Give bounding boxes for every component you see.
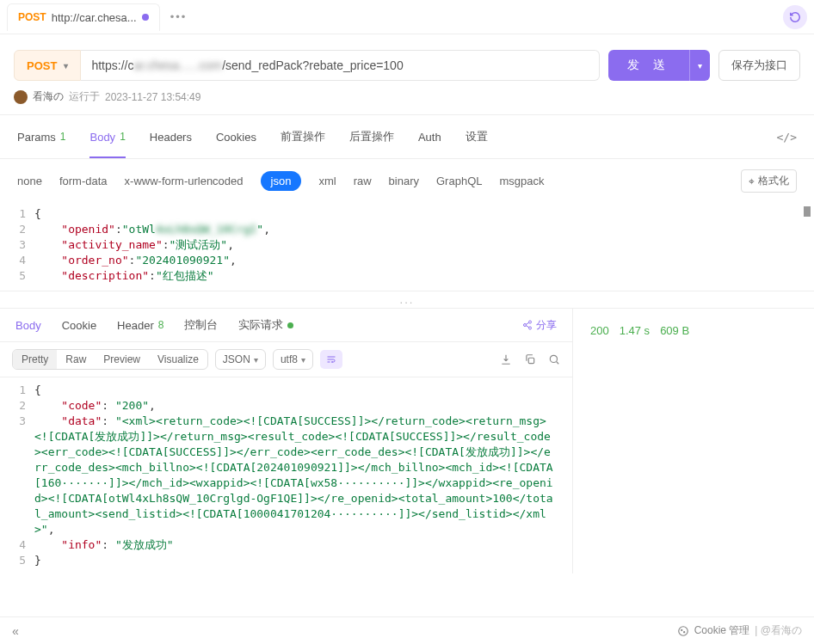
tab-overflow[interactable]: •••	[160, 10, 198, 23]
response-size: 609 B	[660, 324, 689, 337]
body-type-xml[interactable]: xml	[318, 175, 336, 187]
view-mode-segment: Pretty Raw Preview Visualize	[12, 349, 208, 370]
response-tab-header[interactable]: Header 8	[117, 319, 163, 332]
refresh-icon	[789, 11, 801, 23]
tab-pre-script[interactable]: 前置操作	[281, 124, 325, 150]
chevron-down-icon: ▾	[254, 355, 258, 365]
watermark: | @看海の	[755, 623, 802, 638]
chevron-down-icon: ▾	[64, 61, 68, 71]
svg-point-0	[529, 321, 532, 323]
chevron-down-icon: ▾	[301, 355, 305, 365]
copy-button[interactable]	[524, 353, 536, 365]
tab-params[interactable]: Params1	[17, 126, 65, 149]
send-dropdown[interactable]: ▾	[689, 50, 710, 81]
avatar	[14, 90, 28, 104]
view-visualize[interactable]: Visualize	[149, 350, 207, 369]
response-tab-actual[interactable]: 实际请求	[238, 317, 293, 333]
response-tab-console[interactable]: 控制台	[184, 317, 218, 333]
unsaved-dot-icon	[142, 14, 149, 21]
code-snippet-icon[interactable]: </>	[777, 131, 797, 144]
body-type-msgpack[interactable]: msgpack	[499, 175, 544, 187]
search-button[interactable]	[548, 353, 560, 365]
response-tab-body[interactable]: Body	[15, 319, 41, 332]
scrollbar-thumb[interactable]	[804, 206, 811, 217]
resize-handle[interactable]: ...	[0, 291, 814, 308]
download-icon	[500, 353, 512, 365]
run-timestamp: 2023-11-27 13:54:49	[105, 91, 200, 103]
svg-rect-3	[528, 358, 533, 363]
tab-settings[interactable]: 设置	[466, 124, 488, 150]
svg-point-2	[529, 327, 532, 329]
response-body-viewer[interactable]: 1{ 2 "code": "200", 3 "data": "<xml><ret…	[0, 377, 572, 573]
cookie-icon	[677, 625, 689, 637]
share-icon	[522, 320, 533, 330]
refresh-button[interactable]	[783, 5, 807, 29]
method-select[interactable]: POST ▾	[14, 50, 81, 81]
tab-label: http://car.chesa...	[52, 11, 137, 24]
response-tab-cookie[interactable]: Cookie	[62, 319, 96, 332]
body-type-form-data[interactable]: form-data	[59, 175, 108, 187]
body-type-json[interactable]: json	[261, 171, 302, 191]
format-select[interactable]: JSON▾	[215, 349, 266, 370]
user-name: 看海の	[33, 89, 64, 104]
chevron-down-icon: ▾	[698, 61, 702, 71]
tab-method: POST	[18, 11, 46, 23]
status-dot-icon	[287, 322, 293, 328]
tab-headers[interactable]: Headers	[150, 126, 192, 149]
svg-point-5	[678, 626, 688, 635]
share-button[interactable]: 分享	[522, 318, 557, 333]
wrap-toggle[interactable]	[320, 350, 342, 369]
svg-point-7	[683, 631, 684, 632]
wand-icon: ⌖	[749, 175, 755, 187]
request-body-editor[interactable]: 1{ 2 "openid":"otWl4xLh8sQW_10CrgI", 3 "…	[0, 203, 814, 291]
view-pretty[interactable]: Pretty	[13, 350, 57, 369]
status-code: 200	[590, 324, 609, 337]
svg-point-1	[524, 324, 527, 327]
tab-body[interactable]: Body1	[89, 126, 125, 158]
body-type-raw[interactable]: raw	[354, 175, 372, 187]
collapse-sidebar-button[interactable]: «	[12, 624, 19, 638]
body-type-x-www-form[interactable]: x-www-form-urlencoded	[125, 175, 244, 187]
encoding-select[interactable]: utf8▾	[273, 349, 313, 370]
tab-auth[interactable]: Auth	[418, 126, 441, 149]
body-type-none[interactable]: none	[17, 175, 42, 187]
format-button[interactable]: ⌖ 格式化	[741, 169, 797, 193]
tab-post-script[interactable]: 后置操作	[349, 124, 394, 150]
search-icon	[548, 353, 560, 365]
copy-icon	[524, 353, 536, 365]
svg-point-4	[550, 355, 557, 362]
cookie-manager-link[interactable]: Cookie 管理	[694, 623, 750, 638]
save-as-button[interactable]: 保存为接口	[718, 50, 800, 81]
extract-button[interactable]	[500, 353, 512, 365]
url-input[interactable]: https://car.chesa......com/send_redPack?…	[81, 50, 600, 81]
view-raw[interactable]: Raw	[57, 350, 95, 369]
send-button[interactable]: 发 送	[608, 50, 689, 81]
body-type-binary[interactable]: binary	[389, 175, 419, 187]
tab-cookies[interactable]: Cookies	[216, 126, 256, 149]
run-label: 运行于	[69, 89, 100, 104]
response-time: 1.47 s	[620, 324, 650, 337]
wrap-icon	[325, 354, 337, 365]
response-stats: 200 1.47 s 609 B	[590, 324, 797, 337]
body-type-graphql[interactable]: GraphQL	[436, 175, 482, 187]
view-preview[interactable]: Preview	[95, 350, 149, 369]
request-tab[interactable]: POST http://car.chesa...	[7, 3, 160, 31]
svg-point-6	[681, 629, 681, 630]
